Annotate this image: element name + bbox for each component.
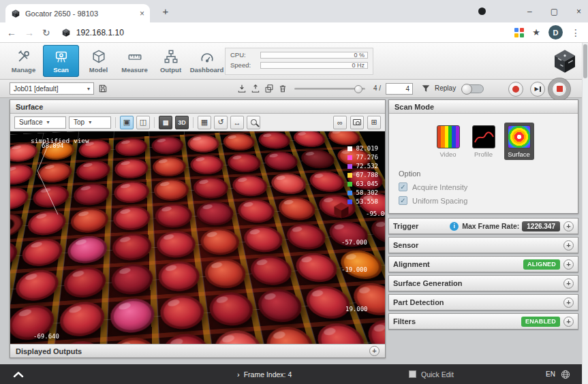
viewer-scene[interactable]: simplified view 82.01977.27672.53267.788…	[10, 131, 385, 344]
reload-icon[interactable]: ↻	[42, 27, 50, 38]
new-tab-button[interactable]: +	[159, 5, 172, 17]
playback-slider[interactable]	[294, 88, 365, 90]
copy-job-button[interactable]	[263, 82, 275, 95]
chevron-down-icon: ▾	[89, 119, 91, 125]
data-source-select[interactable]: Surface ▾	[14, 116, 66, 129]
filter-button[interactable]	[420, 82, 432, 95]
nav-manage[interactable]: Manage	[5, 43, 42, 79]
surface-cap	[203, 257, 248, 289]
slider-thumb[interactable]	[354, 85, 362, 93]
job-select[interactable]: Job01 [default] ▾	[10, 82, 94, 95]
tab-close-icon[interactable]: ×	[140, 9, 144, 18]
browser-menu-icon[interactable]: ⋮	[571, 27, 581, 38]
surface-cap	[73, 182, 110, 206]
step-button[interactable]: ▶	[530, 82, 545, 97]
displayed-outputs-bar[interactable]: Displayed Outputs +	[10, 344, 385, 357]
expand-alignment-icon[interactable]: +	[563, 259, 574, 270]
maximize-button[interactable]: ▢	[551, 7, 558, 16]
delete-job-button[interactable]	[277, 82, 289, 95]
nav-output[interactable]: Output	[153, 43, 189, 79]
expand-outputs-icon[interactable]: +	[369, 346, 380, 356]
forward-icon[interactable]: →	[25, 27, 34, 38]
surface-cap	[66, 235, 108, 264]
frame-index-status[interactable]: › Frame Index: 4	[237, 370, 292, 379]
legend-swatch	[347, 182, 352, 187]
surface-cap	[69, 208, 108, 234]
trash-icon	[278, 84, 288, 93]
expand-filters-icon[interactable]: +	[563, 317, 574, 327]
screenshot-button[interactable]	[350, 116, 364, 129]
page-scrollbar[interactable]	[582, 43, 588, 384]
surface-cap	[110, 298, 155, 334]
bookmark-star-icon[interactable]: ★	[532, 27, 540, 37]
mode-profile[interactable]: Profile	[469, 123, 499, 160]
replay-label: Replay	[435, 84, 456, 92]
toggle-knob[interactable]	[461, 84, 472, 95]
surface-cap	[367, 218, 385, 245]
expand-trigger-icon[interactable]: +	[563, 221, 574, 231]
orbit-button[interactable]: ↺	[214, 116, 228, 129]
replay-toggle[interactable]	[462, 84, 484, 93]
checkbox-checked[interactable]: ✓	[399, 182, 407, 191]
pan-button[interactable]: ↔	[230, 116, 244, 129]
expand-sensor-icon[interactable]: +	[563, 240, 574, 251]
legend-value: 53.558	[356, 198, 378, 205]
single-view-button[interactable]: ▣	[120, 116, 134, 129]
axis-label: -69.640	[33, 333, 59, 340]
quick-edit-control[interactable]: Quick Edit	[409, 370, 454, 379]
record-button[interactable]	[508, 82, 523, 97]
expand-log-button[interactable]	[10, 368, 27, 381]
extensions-icon[interactable]	[514, 28, 524, 37]
nav-measure[interactable]: Measure	[117, 43, 153, 79]
expand-part-detection-icon[interactable]: +	[563, 298, 574, 308]
mode-video[interactable]: Video	[433, 123, 463, 160]
save-job-button[interactable]	[97, 82, 109, 95]
legend-value: 63.045	[356, 180, 378, 187]
minimize-button[interactable]: –	[527, 7, 532, 16]
gocator-logo	[551, 48, 578, 75]
nav-dashboard[interactable]: Dashboard	[189, 43, 225, 79]
accordion-part-detection[interactable]: Part Detection +	[388, 294, 578, 310]
legend-value: 67.788	[356, 172, 378, 178]
expand-surface-generation-icon[interactable]: +	[563, 278, 574, 289]
zoom-button[interactable]	[247, 116, 260, 129]
download-button[interactable]	[236, 82, 248, 95]
split-view-button[interactable]: ◫	[136, 116, 150, 129]
legend-entry: 77.276	[347, 154, 378, 161]
axis-label: -19.000	[341, 266, 367, 273]
accordion-filters[interactable]: Filters ENABLED +	[388, 313, 578, 330]
back-icon[interactable]: ←	[7, 27, 16, 38]
accordion-surface-generation[interactable]: Surface Generation +	[388, 275, 578, 291]
url-bar[interactable]: 192.168.1.10	[59, 28, 507, 37]
language-control[interactable]: EN	[546, 369, 571, 380]
mode-surface[interactable]: Surface	[504, 123, 534, 160]
accordion-alignment[interactable]: Alignment ALIGNED +	[388, 256, 578, 272]
frame-number-input[interactable]	[386, 83, 413, 95]
view-3d-button[interactable]: 3D	[175, 116, 189, 129]
profile-avatar[interactable]: D	[548, 25, 563, 39]
surface-cap	[208, 291, 256, 327]
orientation-select[interactable]: Top ▾	[69, 116, 111, 129]
accordion-sensor[interactable]: Sensor +	[388, 237, 578, 253]
surface-cap	[268, 172, 309, 195]
scrollbar-thumb[interactable]	[583, 44, 587, 78]
surface-cap	[248, 255, 295, 286]
nav-scan[interactable]: Scan	[43, 45, 79, 77]
accordion-trigger[interactable]: Trigger i Max Frame Rate: 1226.347 +	[388, 218, 578, 234]
browser-tab[interactable]: Gocator 2650 - 98103 ×	[5, 4, 150, 22]
expand-view-button[interactable]: ⊞	[367, 116, 381, 129]
chevron-right-icon: ›	[237, 370, 240, 379]
surface-cap	[196, 201, 236, 227]
option-uniform-spacing[interactable]: ✓ Uniform Spacing	[399, 196, 568, 205]
option-acquire-intensity[interactable]: ✓ Acquire Intensity	[399, 182, 568, 191]
close-button[interactable]: ×	[576, 7, 581, 16]
checkbox-checked[interactable]: ✓	[399, 196, 407, 205]
funnel-icon	[421, 84, 431, 93]
link-views-button[interactable]: ∞	[333, 116, 347, 129]
quick-edit-checkbox[interactable]	[409, 370, 416, 378]
grid-toggle-button[interactable]: ▦	[198, 116, 211, 129]
nav-model[interactable]: Model	[80, 43, 117, 79]
snapshot-view-button[interactable]: ▤	[159, 116, 172, 129]
upload-button[interactable]	[249, 82, 262, 95]
stop-button[interactable]	[552, 82, 567, 97]
